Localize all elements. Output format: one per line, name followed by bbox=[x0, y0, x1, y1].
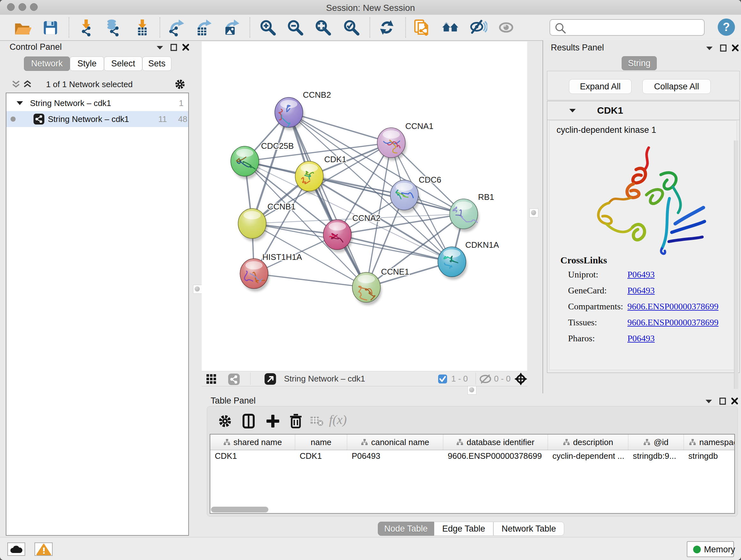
tab-edge-table[interactable]: Edge Table bbox=[434, 522, 493, 536]
tab-node-table[interactable]: Node Table bbox=[378, 522, 434, 536]
network-options-gear-icon[interactable] bbox=[174, 78, 186, 90]
node-CDK1[interactable]: CDK1 bbox=[295, 154, 346, 194]
network-collection-row[interactable]: String Network – cdk1 1 bbox=[6, 95, 188, 111]
column-header-shared-name[interactable]: shared name bbox=[210, 435, 295, 450]
zoom-in-icon[interactable] bbox=[259, 19, 277, 37]
export-network-icon[interactable] bbox=[167, 19, 185, 37]
cell-name[interactable]: CDK1 bbox=[295, 451, 347, 461]
edge-CCNB2-CCNA1[interactable] bbox=[289, 112, 391, 143]
cell-shared-name[interactable]: CDK1 bbox=[210, 451, 295, 461]
control-panel-float-icon[interactable] bbox=[156, 45, 164, 51]
function-builder-icon[interactable]: f(x) bbox=[329, 412, 347, 427]
import-table-file-icon[interactable] bbox=[134, 19, 151, 37]
cell-@id[interactable]: stringdb:9... bbox=[628, 451, 684, 461]
node-CCNA1[interactable]: CCNA1 bbox=[377, 121, 433, 161]
node-CDC25B[interactable]: CDC25B bbox=[231, 141, 294, 179]
right-splitter-handle[interactable] bbox=[529, 208, 538, 217]
gene-expander-icon[interactable] bbox=[568, 108, 577, 113]
hide-selected-icon[interactable] bbox=[469, 19, 487, 37]
collapse-all-icon[interactable] bbox=[11, 79, 20, 89]
string-homes-icon[interactable] bbox=[442, 19, 460, 37]
edge-CCNA2-CDKN1A[interactable] bbox=[337, 235, 452, 262]
import-network-database-icon[interactable] bbox=[105, 19, 122, 37]
export-table-icon[interactable] bbox=[194, 19, 212, 37]
selected-checkbox-icon[interactable] bbox=[438, 374, 448, 384]
add-column-icon[interactable] bbox=[265, 413, 281, 429]
results-panel-maximize-icon[interactable] bbox=[720, 44, 727, 52]
left-splitter-handle[interactable] bbox=[193, 285, 202, 294]
results-panel-float-icon[interactable] bbox=[705, 45, 714, 51]
table-panel-close-icon[interactable] bbox=[731, 397, 738, 405]
tab-network[interactable]: Network bbox=[24, 57, 70, 71]
memory-button[interactable]: Memory bbox=[687, 541, 734, 557]
node-HIST1H1A[interactable]: HIST1H1A bbox=[240, 252, 302, 292]
help-button[interactable]: ? bbox=[718, 18, 735, 36]
network-row-selected[interactable]: String Network – cdk1 11 48 bbox=[6, 111, 188, 127]
collection-expander-icon[interactable] bbox=[16, 100, 23, 106]
export-image-icon[interactable] bbox=[222, 19, 240, 37]
column-header-canonical-name[interactable]: canonical name bbox=[347, 435, 443, 450]
collection-count: 1 bbox=[166, 98, 184, 108]
share-view-icon[interactable] bbox=[228, 373, 240, 385]
table-panel-float-icon[interactable] bbox=[704, 398, 713, 404]
column-header-namespace[interactable]: namespace bbox=[684, 435, 735, 450]
crosslink-link-tissues[interactable]: 9606.ENSP00000378699 bbox=[627, 317, 718, 327]
edge-HIST1H1A-CCNE1[interactable] bbox=[254, 273, 366, 287]
table-horizontal-scrollbar[interactable] bbox=[211, 507, 268, 512]
cell-description[interactable]: cyclin-dependent ... bbox=[548, 451, 628, 461]
string-import-icon[interactable] bbox=[413, 19, 431, 37]
collection-label: String Network – cdk1 bbox=[30, 98, 111, 108]
tab-sets[interactable]: Sets bbox=[142, 57, 172, 71]
zoom-out-icon[interactable] bbox=[286, 19, 305, 37]
crosslink-link-pharos[interactable]: P06493 bbox=[627, 333, 655, 344]
grid-view-icon[interactable] bbox=[206, 374, 218, 384]
column-header-description[interactable]: description bbox=[548, 435, 628, 450]
control-panel-maximize-icon[interactable] bbox=[170, 44, 178, 52]
import-network-file-icon[interactable] bbox=[77, 19, 95, 37]
node-CDKN1A[interactable]: CDKN1A bbox=[438, 240, 499, 280]
tab-network-table[interactable]: Network Table bbox=[493, 522, 564, 536]
column-header-database-identifier[interactable]: database identifier bbox=[443, 435, 548, 450]
bottom-splitter-handle[interactable] bbox=[468, 386, 476, 395]
gene-section-header[interactable]: CDK1 bbox=[547, 101, 739, 120]
column-header-@id[interactable]: @id bbox=[628, 435, 684, 450]
birdseye-view-icon[interactable] bbox=[514, 372, 528, 386]
crosslink-link-genecard[interactable]: P06493 bbox=[627, 286, 655, 296]
hidden-eye-icon[interactable] bbox=[479, 374, 492, 384]
search-input[interactable] bbox=[567, 21, 703, 35]
tab-select[interactable]: Select bbox=[104, 57, 142, 71]
tab-style[interactable]: Style bbox=[70, 57, 104, 71]
cell-namespace[interactable]: stringdb bbox=[684, 451, 735, 461]
collapse-all-button[interactable]: Collapse All bbox=[643, 79, 711, 94]
delete-column-icon[interactable] bbox=[287, 413, 304, 429]
show-all-icon[interactable] bbox=[497, 19, 515, 37]
results-panel-close-icon[interactable] bbox=[731, 44, 739, 52]
warning-status-button[interactable] bbox=[35, 543, 53, 556]
expand-all-icon[interactable] bbox=[23, 79, 32, 89]
network-canvas[interactable]: CCNB2CCNA1CDC25BCDK1CDC6RB1CCNB1CCNA2CDK… bbox=[202, 42, 527, 371]
open-session-icon[interactable] bbox=[13, 19, 31, 37]
crosslink-link-uniprot[interactable]: P06493 bbox=[627, 269, 655, 280]
control-panel-close-icon[interactable] bbox=[182, 44, 190, 51]
column-network-icon bbox=[223, 439, 230, 446]
save-session-icon[interactable] bbox=[42, 19, 59, 37]
open-in-new-window-icon[interactable] bbox=[264, 373, 276, 385]
column-header-name[interactable]: name bbox=[295, 435, 347, 450]
table-settings-gear-icon[interactable] bbox=[217, 413, 233, 429]
node-CCNE1[interactable]: CCNE1 bbox=[352, 267, 409, 305]
cell-database-identifier[interactable]: 9606.ENSP00000378699 bbox=[443, 451, 548, 461]
show-columns-icon[interactable] bbox=[240, 413, 257, 429]
cloud-status-button[interactable] bbox=[7, 543, 25, 556]
apply-preferred-layout-icon[interactable] bbox=[378, 19, 396, 37]
results-scrollbar[interactable] bbox=[734, 140, 738, 389]
table-panel-maximize-icon[interactable] bbox=[719, 397, 727, 406]
node-RB1[interactable]: RB1 bbox=[450, 192, 494, 232]
zoom-selected-icon[interactable] bbox=[343, 19, 360, 37]
zoom-fit-icon[interactable] bbox=[314, 19, 332, 37]
expand-all-button[interactable]: Expand All bbox=[569, 79, 631, 94]
tab-string[interactable]: String bbox=[622, 56, 657, 70]
cell-canonical-name[interactable]: P06493 bbox=[347, 451, 443, 461]
delete-table-icon[interactable] bbox=[310, 415, 327, 432]
node-CCNB2[interactable]: CCNB2 bbox=[275, 90, 331, 130]
crosslink-link-compartments[interactable]: 9606.ENSP00000378699 bbox=[627, 301, 718, 312]
